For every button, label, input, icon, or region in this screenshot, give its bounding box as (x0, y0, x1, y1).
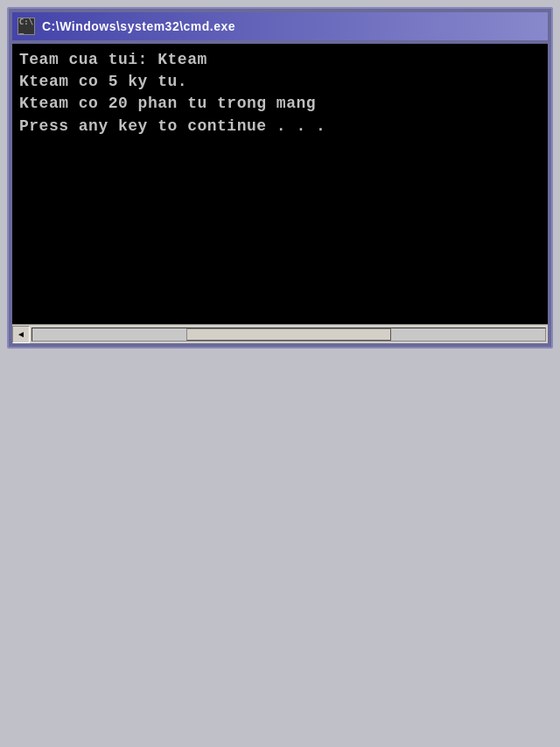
window-icon: C:\_ (18, 18, 35, 35)
cmd-window: C:\_ C:\Windows\system32\cmd.exe Team cu… (7, 7, 553, 349)
console-line-2: Kteam co 5 ky tu. (19, 71, 541, 93)
scroll-left-button[interactable]: ◄ (12, 326, 30, 343)
console-output: Team cua tui: Kteam Kteam co 5 ky tu. Kt… (12, 44, 548, 324)
horizontal-scrollbar[interactable]: ◄ (12, 324, 548, 343)
title-bar: C:\_ C:\Windows\system32\cmd.exe (12, 12, 548, 40)
console-line-3: Kteam co 20 phan tu trong mang (19, 93, 541, 115)
scroll-track[interactable] (32, 328, 546, 342)
scroll-thumb[interactable] (186, 328, 391, 341)
window-title: C:\Windows\system32\cmd.exe (42, 19, 235, 33)
console-line-1: Team cua tui: Kteam (19, 49, 541, 71)
scroll-left-arrow: ◄ (17, 329, 25, 339)
console-line-4: Press any key to continue . . . (19, 116, 541, 137)
